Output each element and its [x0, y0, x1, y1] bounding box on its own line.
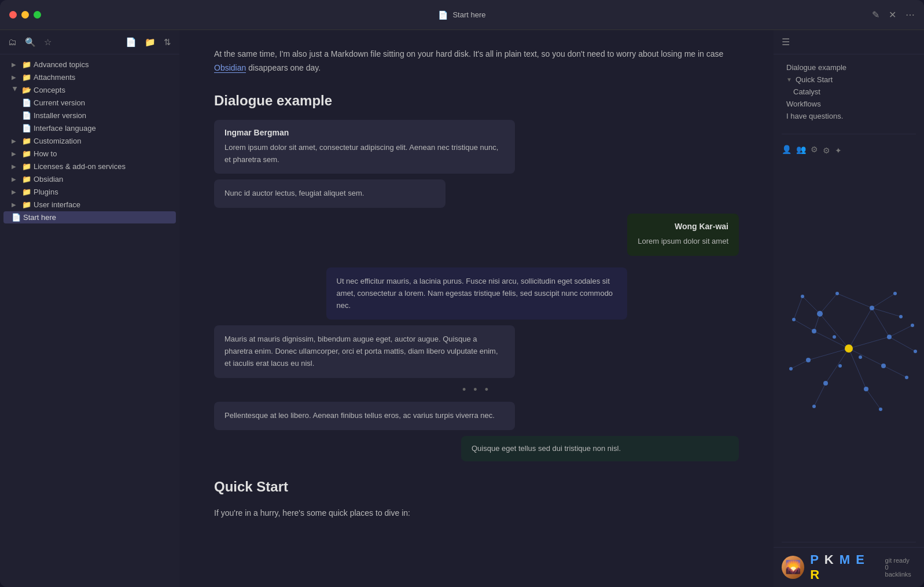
sidebar-item-user-interface[interactable]: ▶ 📁 User interface — [3, 199, 176, 211]
sidebar-item-plugins[interactable]: ▶ 📁 Plugins — [3, 186, 176, 198]
close-button[interactable] — [9, 11, 17, 19]
svg-point-26 — [887, 335, 892, 339]
git-status: git ready 0 backlinks — [885, 557, 916, 578]
outline-item-quick-start[interactable]: ▼ Quick Start — [782, 74, 916, 86]
tree-arrow-concepts: ▶ — [12, 87, 19, 94]
svg-point-33 — [835, 292, 839, 295]
obsidian-link[interactable]: Obsidian — [214, 63, 246, 73]
dialogue-text-ingmar-1: Lorem ipsum dolor sit amet, consectetur … — [224, 142, 505, 166]
right-panel: ☰ Dialogue example ▼ Quick Start Catalys… — [774, 30, 924, 587]
hamburger-icon[interactable]: ☰ — [782, 36, 790, 47]
search-icon[interactable]: 🔍 — [25, 37, 36, 47]
svg-point-38 — [905, 376, 908, 379]
svg-line-6 — [808, 348, 849, 360]
maximize-button[interactable] — [34, 11, 41, 19]
svg-line-10 — [872, 294, 895, 308]
svg-line-0 — [820, 314, 849, 348]
sidebar-label-how-to: How to — [34, 149, 57, 158]
sidebar-item-licenses[interactable]: ▶ 📁 Licenses & add-on services — [3, 160, 176, 173]
svg-point-45 — [833, 335, 836, 339]
sidebar-item-advanced-topics[interactable]: ▶ 📁 Advanced topics — [3, 58, 176, 71]
svg-point-42 — [792, 318, 796, 321]
bottom-divider — [782, 542, 916, 542]
sidebar-item-start-here[interactable]: 📄 Start here — [3, 211, 176, 223]
sidebar-item-current-version[interactable]: 📄 Current version — [3, 97, 176, 109]
app-window: 📄 Start here ✎ ✕ ⋯ 🗂 🔍 ☆ 📄 📁 ⇅ — [0, 0, 924, 587]
more-button[interactable]: ⋯ — [905, 10, 915, 20]
svg-point-25 — [870, 306, 874, 310]
svg-point-30 — [806, 358, 811, 362]
new-folder-icon[interactable]: 📁 — [145, 37, 156, 47]
folder-closed-icon-4: 📁 — [22, 149, 30, 158]
svg-point-27 — [881, 364, 886, 368]
edit-button[interactable]: ✎ — [872, 10, 879, 20]
svg-line-12 — [889, 325, 912, 337]
outline-item-i-have-questions[interactable]: I have questions. — [782, 110, 916, 122]
svg-line-13 — [889, 337, 915, 351]
settings-icon[interactable]: ⚙ — [823, 146, 830, 155]
h2-dialogue-example: Dialogue example — [214, 91, 739, 109]
svg-line-21 — [837, 294, 872, 308]
svg-point-37 — [914, 350, 917, 353]
graph-tools: 👤 👥 ⚙ ⚙ ✦ — [774, 139, 924, 160]
sidebar-item-attachments[interactable]: ▶ 📁 Attachments — [3, 71, 176, 83]
star-icon[interactable]: ☆ — [44, 37, 51, 47]
sidebar-label-current-version: Current version — [34, 98, 85, 107]
nodes-icon[interactable]: ⚙ — [811, 145, 818, 154]
sidebar-item-installer-version[interactable]: 📄 Installer version — [3, 109, 176, 122]
h2-quick-start: Quick Start — [214, 478, 739, 496]
intro-paragraph: At the same time, I'm also just a Markdo… — [214, 47, 739, 75]
pkmer-m: M — [840, 552, 851, 567]
outline-divider — [782, 134, 916, 134]
dialogue-text-pellentesque: Pellentesque at leo libero. Aenean finib… — [224, 410, 505, 422]
cloud-icon[interactable]: 👥 — [796, 145, 806, 154]
svg-point-29 — [823, 381, 828, 386]
outline-item-catalyst[interactable]: Catalyst — [782, 86, 916, 98]
sidebar-label-licenses: Licenses & add-on services — [34, 162, 126, 171]
tree-arrow-attachments: ▶ — [12, 74, 19, 80]
sidebar-item-interface-language[interactable]: 📄 Interface language — [3, 122, 176, 134]
svg-line-8 — [802, 296, 820, 314]
tree-arrow-user-interface: ▶ — [12, 201, 19, 208]
dialogue-text-quisque: Quisque eget tellus sed dui tristique no… — [472, 443, 728, 455]
tree-arrow-plugins: ▶ — [12, 189, 19, 195]
intro-suffix: disappears one day. — [246, 63, 321, 72]
folder-icon[interactable]: 🗂 — [8, 37, 17, 47]
minimize-button[interactable] — [21, 11, 29, 19]
outline-item-dialogue-example[interactable]: Dialogue example — [782, 61, 916, 74]
sort-icon[interactable]: ⇅ — [164, 37, 171, 47]
pkmer-text: P K M E R — [810, 552, 879, 582]
sidebar-item-how-to[interactable]: ▶ 📁 How to — [3, 148, 176, 160]
svg-line-1 — [849, 308, 872, 348]
svg-point-23 — [845, 344, 853, 353]
svg-point-36 — [911, 324, 914, 327]
outline-item-workflows[interactable]: Workflows — [782, 98, 916, 110]
folder-closed-icon-2: 📁 — [22, 73, 30, 82]
graph-area — [774, 160, 924, 537]
sidebar-tools-right: 📄 📁 ⇅ — [126, 37, 171, 47]
sidebar-item-obsidian[interactable]: ▶ 📁 Obsidian — [3, 173, 176, 185]
svg-line-2 — [849, 337, 889, 348]
wand-icon[interactable]: ✦ — [835, 146, 842, 155]
right-panel-header: ☰ — [774, 30, 924, 54]
sidebar-label-customization: Customization — [34, 137, 81, 145]
file-icon-interface-language: 📄 — [22, 124, 30, 133]
close-tab-button[interactable]: ✕ — [889, 10, 896, 20]
outline-label-quick-start: Quick Start — [796, 75, 833, 84]
dialogue-text-wong: Lorem ipsum dolor sit amet — [638, 236, 728, 248]
svg-point-44 — [838, 364, 842, 368]
sidebar-tools-left: 🗂 🔍 ☆ — [8, 37, 51, 47]
new-file-icon[interactable]: 📄 — [126, 37, 137, 47]
outline-section: Dialogue example ▼ Quick Start Catalyst … — [774, 54, 924, 129]
svg-line-3 — [849, 348, 883, 366]
outline-label-catalyst: Catalyst — [793, 87, 820, 96]
sidebar-item-customization[interactable]: ▶ 📁 Customization — [3, 135, 176, 147]
svg-line-16 — [814, 383, 826, 406]
person-icon[interactable]: 👤 — [782, 145, 792, 154]
dialogue-box-ingmar-2: Nunc id auctor lectus, feugiat aliquet s… — [214, 179, 446, 208]
sidebar-item-concepts[interactable]: ▶ 📂 Concepts — [3, 84, 176, 96]
titlebar: 📄 Start here ✎ ✕ ⋯ — [0, 0, 924, 30]
file-icon: 📄 — [438, 10, 448, 20]
tree-arrow-customization: ▶ — [12, 138, 19, 144]
file-icon-current-version: 📄 — [22, 98, 30, 107]
